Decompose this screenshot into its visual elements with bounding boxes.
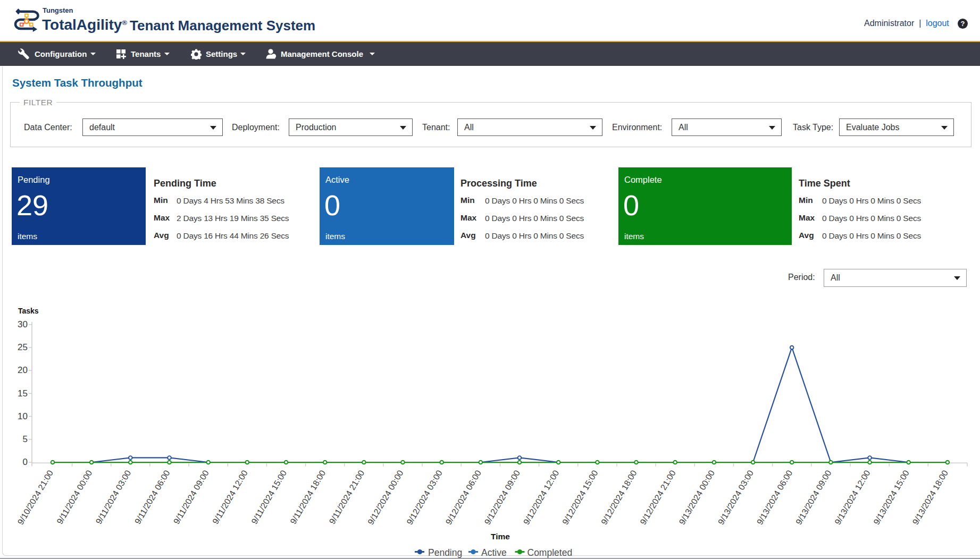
- svg-text:15: 15: [18, 388, 28, 399]
- svg-text:9/12/2024 15:00: 9/12/2024 15:00: [560, 469, 599, 526]
- svg-text:9/12/2024 21:00: 9/12/2024 21:00: [638, 469, 677, 526]
- svg-text:9/12/2024 12:00: 9/12/2024 12:00: [522, 469, 560, 526]
- svg-text:9/10/2024 21:00: 9/10/2024 21:00: [16, 469, 55, 526]
- svg-text:9/12/2024 00:00: 9/12/2024 00:00: [366, 469, 405, 526]
- svg-text:Pending: Pending: [428, 547, 462, 558]
- svg-text:9/11/2024 09:00: 9/11/2024 09:00: [172, 469, 211, 526]
- svg-text:9/13/2024 06:00: 9/13/2024 06:00: [755, 469, 794, 526]
- svg-text:9/11/2024 21:00: 9/11/2024 21:00: [328, 469, 366, 526]
- svg-text:9/12/2024 09:00: 9/12/2024 09:00: [483, 469, 522, 526]
- svg-text:9/13/2024 03:00: 9/13/2024 03:00: [716, 469, 755, 526]
- svg-text:9/13/2024 12:00: 9/13/2024 12:00: [833, 469, 872, 526]
- svg-text:?: ?: [960, 20, 965, 28]
- svg-text:9/11/2024 18:00: 9/11/2024 18:00: [289, 469, 328, 526]
- svg-text:5: 5: [23, 434, 28, 444]
- svg-text:30: 30: [18, 319, 28, 329]
- svg-text:Active: Active: [481, 547, 507, 558]
- svg-text:9/11/2024 03:00: 9/11/2024 03:00: [94, 469, 133, 526]
- svg-text:25: 25: [18, 342, 28, 352]
- svg-text:20: 20: [18, 365, 28, 375]
- svg-text:9/12/2024 18:00: 9/12/2024 18:00: [599, 469, 638, 526]
- svg-text:9/11/2024 15:00: 9/11/2024 15:00: [249, 469, 288, 526]
- svg-text:9/11/2024 12:00: 9/11/2024 12:00: [211, 469, 249, 526]
- svg-text:Time: Time: [491, 532, 510, 541]
- svg-text:9/13/2024 09:00: 9/13/2024 09:00: [794, 469, 833, 526]
- svg-text:9/13/2024 15:00: 9/13/2024 15:00: [872, 469, 910, 526]
- svg-text:9/11/2024 06:00: 9/11/2024 06:00: [133, 469, 172, 526]
- svg-text:9/13/2024 00:00: 9/13/2024 00:00: [677, 469, 716, 526]
- svg-text:10: 10: [18, 411, 28, 421]
- svg-text:9/11/2024 00:00: 9/11/2024 00:00: [55, 469, 94, 526]
- svg-text:Completed: Completed: [527, 547, 573, 558]
- svg-text:9/12/2024 03:00: 9/12/2024 03:00: [405, 469, 443, 526]
- svg-text:0: 0: [23, 457, 28, 467]
- svg-text:9/12/2024 06:00: 9/12/2024 06:00: [444, 469, 483, 526]
- svg-text:9/13/2024 18:00: 9/13/2024 18:00: [911, 469, 950, 526]
